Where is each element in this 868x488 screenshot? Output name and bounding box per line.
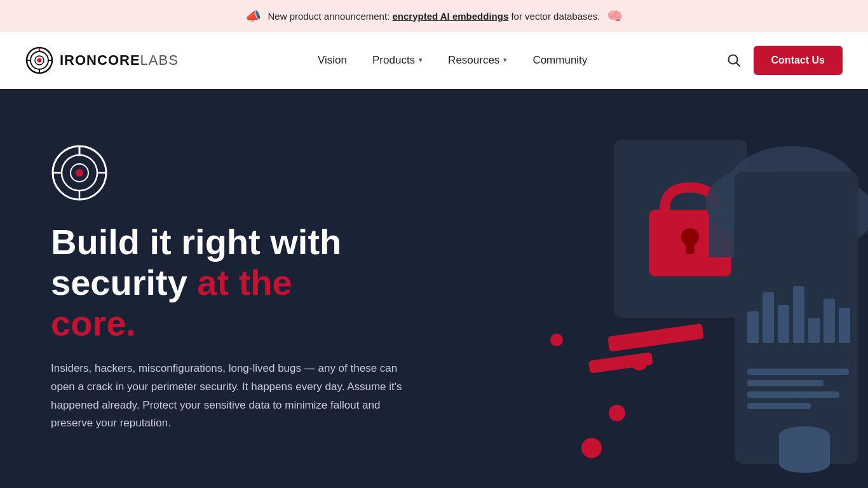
megaphone-icon: 📣 [245, 8, 261, 24]
svg-rect-45 [747, 403, 811, 409]
hero-section: Build it right withsecurity at thecore. … [0, 89, 868, 488]
svg-rect-36 [763, 292, 774, 343]
nav-community[interactable]: Community [532, 54, 587, 67]
logo-icon [25, 46, 53, 74]
chevron-down-icon: ▾ [503, 56, 507, 64]
svg-point-13 [76, 169, 83, 177]
search-button[interactable] [727, 53, 741, 67]
svg-rect-22 [607, 323, 704, 352]
svg-rect-38 [793, 286, 804, 343]
logo-wordmark: IRONCORELABS [60, 52, 179, 69]
nav-resources[interactable]: Resources ▾ [448, 54, 507, 67]
logo[interactable]: IRONCORELABS [25, 46, 179, 74]
hero-content: Build it right withsecurity at thecore. … [0, 144, 419, 433]
svg-rect-44 [747, 391, 839, 398]
svg-point-25 [609, 405, 625, 421]
hero-logo-mark [51, 144, 108, 201]
contact-us-button[interactable]: Contact Us [754, 46, 843, 75]
search-icon [727, 53, 741, 67]
chevron-down-icon: ▾ [419, 56, 423, 64]
hero-illustration [423, 89, 868, 488]
nav-vision[interactable]: Vision [318, 54, 347, 67]
svg-line-9 [736, 62, 740, 66]
svg-point-26 [581, 438, 602, 458]
svg-rect-40 [824, 299, 835, 343]
hero-heading: Build it right withsecurity at thecore. [51, 222, 419, 344]
svg-point-27 [550, 334, 563, 346]
announcement-text: New product announcement: encrypted AI e… [268, 11, 600, 22]
announcement-link[interactable]: encrypted AI embeddings [392, 11, 508, 22]
svg-point-50 [779, 455, 830, 473]
svg-rect-42 [747, 369, 849, 375]
header-actions: Contact Us [727, 46, 843, 75]
brain-icon: 🧠 [607, 8, 623, 24]
svg-rect-21 [686, 241, 695, 254]
main-nav: Vision Products ▾ Resources ▾ Community [318, 54, 587, 67]
svg-rect-35 [747, 311, 759, 343]
svg-point-3 [37, 58, 42, 62]
header: IRONCORELABS Vision Products ▾ Resources… [0, 32, 868, 89]
nav-products[interactable]: Products ▾ [372, 54, 423, 67]
svg-point-24 [631, 354, 648, 370]
svg-rect-41 [839, 308, 850, 343]
svg-rect-43 [747, 380, 824, 386]
svg-rect-39 [808, 318, 820, 343]
announcement-bar: 📣 New product announcement: encrypted AI… [0, 0, 868, 32]
hero-body-text: Insiders, hackers, misconfigurations, lo… [51, 360, 419, 433]
svg-rect-37 [778, 305, 789, 343]
